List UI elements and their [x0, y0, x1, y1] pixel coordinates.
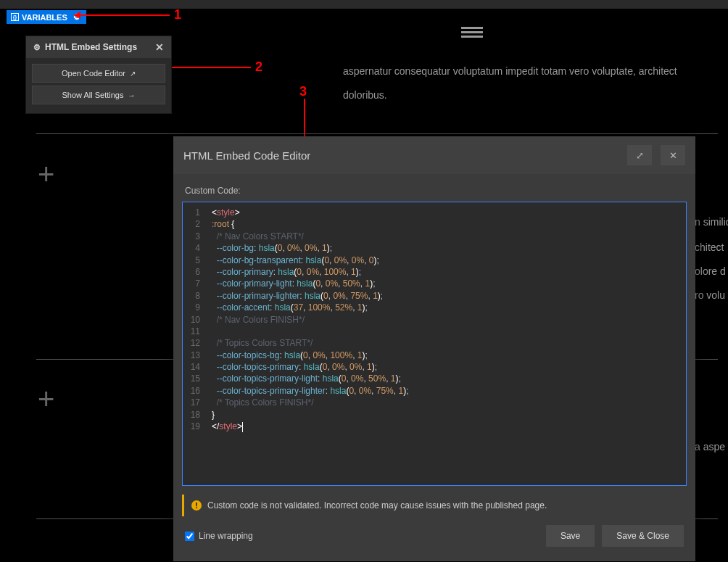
add-section-icon[interactable]: +	[38, 158, 54, 191]
html-embed-settings-panel: ⚙ HTML Embed Settings ✕ Open Code Editor…	[25, 36, 172, 114]
close-icon[interactable]: ✕	[661, 145, 685, 165]
close-icon[interactable]: ✕	[155, 41, 164, 53]
chevron-right-icon: →	[128, 91, 136, 99]
settings-title: HTML Embed Settings	[45, 42, 137, 52]
editor-titlebar: HTML Embed Code Editor ⤢ ✕	[173, 136, 695, 174]
bg-text: olore d	[695, 263, 726, 279]
code-editor[interactable]: 12345678910111213141516171819 <style>:ro…	[182, 202, 687, 486]
embed-icon: {}	[11, 13, 19, 21]
annotation-3: 3	[299, 84, 307, 99]
hamburger-icon[interactable]	[461, 25, 483, 40]
bg-text: chitect	[695, 239, 724, 255]
annotation-arrow-1	[75, 15, 170, 16]
top-toolbar	[0, 0, 728, 9]
editor-title: HTML Embed Code Editor	[183, 149, 310, 162]
custom-code-label: Custom Code:	[185, 186, 687, 196]
annotation-2: 2	[255, 59, 262, 75]
annotation-1: 1	[174, 7, 181, 22]
gear-icon: ⚙	[33, 43, 41, 52]
external-icon: ↗	[130, 70, 136, 78]
expand-icon[interactable]: ⤢	[627, 145, 652, 165]
line-wrapping-label: Line wrapping	[199, 531, 253, 541]
code-content[interactable]: <style>:root { /* Nav Colors START*/ --c…	[206, 202, 686, 485]
open-code-editor-button[interactable]: Open Code Editor ↗	[32, 64, 165, 83]
show-all-settings-button[interactable]: Show All Settings →	[32, 86, 165, 104]
line-gutter: 12345678910111213141516171819	[183, 202, 206, 485]
variables-label: VARIABLES	[22, 13, 67, 22]
save-close-button[interactable]: Save & Close	[602, 525, 684, 547]
divider	[36, 133, 718, 134]
settings-header: ⚙ HTML Embed Settings ✕	[26, 36, 171, 58]
bg-text: a aspe	[695, 439, 725, 455]
bg-text: aspernatur consequatur voluptatum impedi…	[343, 63, 677, 79]
editor-footer: Line wrapping Save Save & Close	[182, 516, 687, 553]
bg-text: n similiq	[695, 214, 728, 230]
html-embed-code-editor: HTML Embed Code Editor ⤢ ✕ Custom Code: …	[173, 136, 695, 561]
add-section-icon[interactable]: +	[38, 383, 54, 416]
gear-icon[interactable]: ⚙	[72, 12, 82, 22]
line-wrapping-checkbox[interactable]	[185, 532, 194, 541]
variables-button[interactable]: {} VARIABLES ⚙	[7, 10, 86, 24]
save-button[interactable]: Save	[546, 525, 595, 547]
bg-text: ro volu	[695, 287, 725, 303]
annotation-arrow-2	[167, 67, 251, 68]
bg-text: doloribus.	[343, 87, 387, 103]
warning-icon: !	[191, 500, 202, 511]
validation-warning: ! Custom code is not validated. Incorrec…	[182, 495, 687, 516]
warning-text: Custom code is not validated. Incorrect …	[207, 500, 547, 511]
